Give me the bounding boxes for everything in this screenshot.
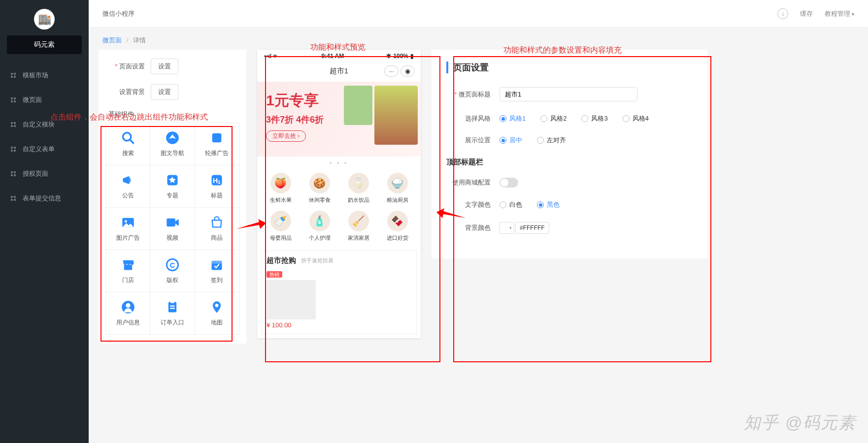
component-nav[interactable]: 图文导航 xyxy=(150,123,195,165)
category-item[interactable]: 🥛奶水饮品 xyxy=(339,173,378,204)
promo-section: 超市抢购 拼手速抢惊喜 热销 ¥ 100.00 xyxy=(261,251,417,334)
radio-option[interactable]: 风格1 xyxy=(500,114,526,123)
svg-rect-9 xyxy=(167,219,175,226)
category-item[interactable]: 🧹家清家居 xyxy=(339,211,378,242)
component-copyright[interactable]: C版权 xyxy=(150,250,195,292)
svg-text:C: C xyxy=(170,261,175,269)
radio-option[interactable]: 风格3 xyxy=(581,114,607,123)
phone-preview: ••ıl ᯤ 9:41 AM ✱ 100% ▮ 超市1 ··· ◉ 1元专享 3… xyxy=(257,50,421,338)
component-map[interactable]: 地图 xyxy=(195,292,239,335)
radio-option[interactable]: 白色 xyxy=(500,200,522,209)
nav-custom-form[interactable]: 自定义表单 xyxy=(0,137,89,161)
component-label: 地图 xyxy=(211,318,223,327)
radio-option[interactable]: 居中 xyxy=(500,136,522,145)
radio-option[interactable]: 风格4 xyxy=(623,114,649,123)
svg-point-0 xyxy=(123,133,131,141)
style-row: 选择风格 风格1风格2风格3风格4 xyxy=(446,114,693,123)
grid-icon xyxy=(10,195,17,202)
radio-icon xyxy=(537,201,544,208)
component-label: 签到 xyxy=(211,276,223,285)
bg-color-picker[interactable] xyxy=(500,222,514,234)
watermark: 知乎 @码元素 xyxy=(744,411,856,434)
radio-option[interactable]: 左对齐 xyxy=(537,136,566,145)
user-icon xyxy=(121,300,135,315)
page-title-input[interactable] xyxy=(500,87,637,101)
category-item[interactable]: 🍚粮油厨房 xyxy=(378,173,417,204)
banner-cta[interactable]: 立即去抢 › xyxy=(266,130,306,142)
svg-point-16 xyxy=(126,303,130,308)
promo-header: 超市抢购 拼手速抢惊喜 xyxy=(262,251,416,270)
category-item[interactable]: 🍑生鲜水果 xyxy=(261,173,300,204)
category-label: 生鲜水果 xyxy=(270,196,292,204)
grid-icon xyxy=(10,146,17,153)
use-mall-switch[interactable] xyxy=(500,178,518,188)
component-order[interactable]: 订单入口 xyxy=(150,292,195,335)
hot-badge: 热销 xyxy=(267,271,282,278)
arrow-icon xyxy=(236,218,266,237)
component-label: 公告 xyxy=(122,191,134,200)
top-title: 微信小程序 xyxy=(102,9,134,18)
component-carousel[interactable]: 轮播广告 xyxy=(195,123,239,165)
image-icon xyxy=(121,215,135,230)
component-label: 搜索 xyxy=(122,149,134,158)
breadcrumb-link[interactable]: 微页面 xyxy=(102,36,122,44)
topbar-section-heading: 顶部标题栏 xyxy=(446,158,693,167)
category-item[interactable]: 🧴个人护理 xyxy=(300,211,339,242)
map-icon xyxy=(209,300,224,315)
bg-setting-button[interactable]: 设置 xyxy=(151,84,178,100)
component-star[interactable]: 专题 xyxy=(150,165,195,208)
category-icon: 🍼 xyxy=(270,211,291,231)
component-search[interactable]: 搜索 xyxy=(106,123,150,165)
bg-color-row: 背景颜色 #FFFFFF xyxy=(446,222,693,234)
component-image[interactable]: 图片广告 xyxy=(106,208,150,250)
left-settings-column: 页面设置 设置 设置背景 设置 基础组件 搜索图文导航轮播广告公告专题H₁标题图… xyxy=(99,50,246,344)
category-item[interactable]: 🍪休闲零食 xyxy=(300,173,339,204)
category-icon: 🍚 xyxy=(387,173,408,193)
component-checkin[interactable]: 签到 xyxy=(195,250,239,292)
status-time: 9:41 AM xyxy=(322,53,344,60)
promo-image xyxy=(267,280,316,319)
component-user[interactable]: 用户信息 xyxy=(106,292,150,335)
section-title: 页面设置 xyxy=(446,62,693,73)
radio-icon xyxy=(581,115,588,122)
component-label: 标题 xyxy=(211,191,223,200)
nav-templates[interactable]: 模板市场 xyxy=(0,63,89,88)
component-store[interactable]: 门店 xyxy=(106,250,150,292)
radio-icon xyxy=(537,137,544,144)
promo-card[interactable]: 热销 ¥ 100.00 xyxy=(267,270,316,329)
bg-setting-row: 设置背景 设置 xyxy=(105,84,239,100)
grid-icon xyxy=(10,170,17,177)
nav-label: 授权页面 xyxy=(23,169,48,178)
svg-rect-17 xyxy=(168,302,176,313)
category-item[interactable]: 🍼母婴用品 xyxy=(261,211,300,242)
component-heading[interactable]: H₁标题 xyxy=(195,165,239,208)
tutorial-dropdown[interactable]: 教程管理 xyxy=(825,9,854,18)
nav-auth-page[interactable]: 授权页面 xyxy=(0,161,89,186)
category-icon: 🍪 xyxy=(309,173,330,193)
component-announce[interactable]: 公告 xyxy=(106,165,150,208)
svg-rect-14 xyxy=(212,261,222,264)
target-icon[interactable]: ◉ xyxy=(401,65,415,77)
radio-option[interactable]: 黑色 xyxy=(537,200,560,209)
component-video[interactable]: 视频 xyxy=(150,208,195,250)
svg-text:H₁: H₁ xyxy=(213,177,221,185)
category-item[interactable]: 🍫进口好货 xyxy=(378,211,417,242)
more-icon[interactable]: ··· xyxy=(384,65,399,77)
radio-icon xyxy=(623,115,630,122)
top-actions: ↓ 缓存 教程管理 xyxy=(777,8,854,19)
nav-icon xyxy=(165,130,180,145)
battery-icon: ✱ 100% ▮ xyxy=(386,53,414,60)
radio-option[interactable]: 风格2 xyxy=(540,114,567,123)
component-goods[interactable]: 商品 xyxy=(195,208,239,250)
download-icon[interactable]: ↓ xyxy=(777,8,788,19)
category-label: 家清家居 xyxy=(348,234,369,242)
page-setting-button[interactable]: 设置 xyxy=(151,59,178,74)
nav-form-submissions[interactable]: 表单提交信息 xyxy=(0,186,89,211)
nav-micropage[interactable]: 微页面 xyxy=(0,88,89,112)
carousel-indicator: ● ● ● xyxy=(257,160,421,168)
banner[interactable]: 1元专享 3件7折 4件6折 立即去抢 › xyxy=(257,82,421,157)
position-row: 展示位置 居中左对齐 xyxy=(446,136,693,145)
nav-label: 模板市场 xyxy=(23,71,48,80)
brand-name[interactable]: 码元素 xyxy=(7,35,82,54)
cache-link[interactable]: 缓存 xyxy=(800,9,813,18)
